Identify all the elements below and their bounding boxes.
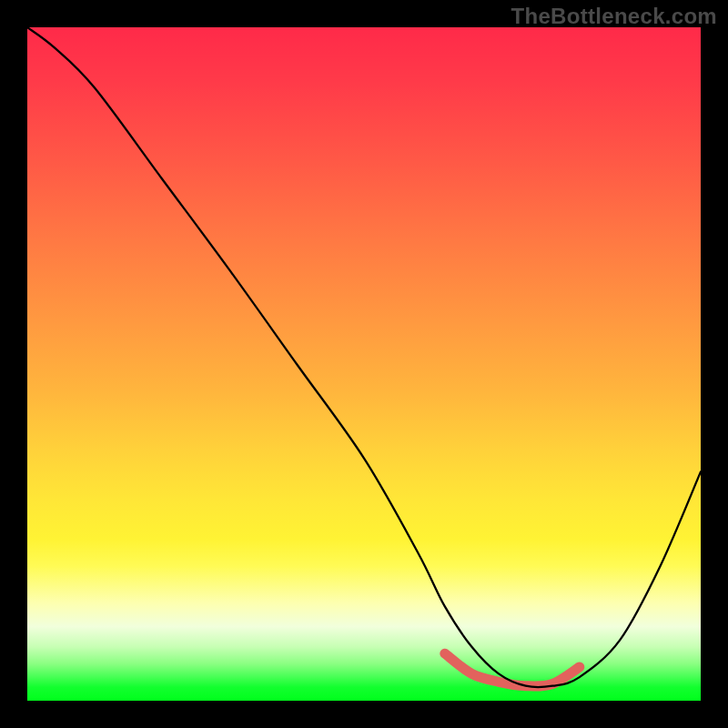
plot-area	[27, 27, 701, 701]
chart-frame: TheBottleneck.com	[0, 0, 728, 728]
heat-gradient-background	[27, 27, 701, 701]
watermark-text: TheBottleneck.com	[511, 4, 717, 29]
